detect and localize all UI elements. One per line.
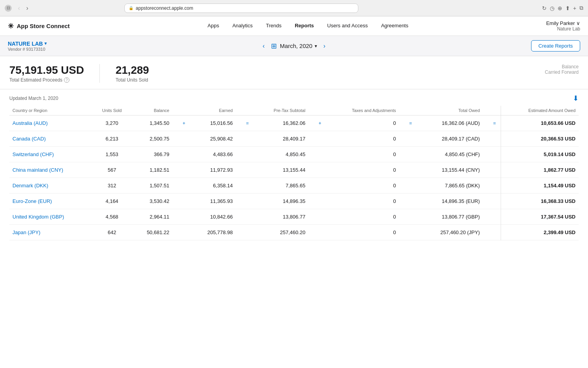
nav-item-agreements[interactable]: Agreements	[375, 16, 414, 36]
asc-app-name: App Store Connect	[17, 23, 70, 29]
nav-item-reports[interactable]: Reports	[289, 16, 320, 36]
cell-eq2	[399, 131, 417, 147]
units-value: 21,289	[115, 64, 149, 76]
reload-icon[interactable]: ↻	[542, 5, 547, 11]
cell-country: Denmark (DKK)	[9, 178, 93, 194]
nav-item-trends[interactable]: Trends	[260, 16, 288, 36]
cell-pretax: 7,865.65	[253, 178, 308, 194]
cell-eq3	[483, 225, 501, 240]
next-period-button[interactable]: ›	[320, 41, 328, 51]
date-dropdown-icon: ▾	[315, 43, 317, 49]
cell-pretax: 13,155.44	[253, 162, 308, 178]
cell-taxes: 0	[326, 116, 399, 131]
table-row: China mainland (CNY) 567 1,182.51 11,972…	[9, 162, 579, 178]
prev-period-button[interactable]: ‹	[259, 41, 267, 51]
cell-country: Euro-Zone (EUR)	[9, 194, 93, 209]
cell-op1	[172, 225, 190, 240]
shield-icon[interactable]: ⊕	[558, 5, 562, 11]
clock-icon[interactable]: ◷	[550, 5, 554, 11]
cell-eq3	[483, 131, 501, 147]
cell-eq1	[236, 147, 253, 162]
cell-balance: 50,681.22	[131, 225, 172, 240]
cell-total-owed: 4,850.45 (CHF)	[417, 147, 483, 162]
vendor-name-dropdown[interactable]: NATURE LAB ▾	[8, 41, 47, 47]
balance-line2: Carried Forward	[545, 69, 579, 75]
cell-pretax: 14,896.35	[253, 194, 308, 209]
country-link[interactable]: Euro-Zone (EUR)	[12, 198, 52, 204]
units-stat: 21,289 Total Units Sold	[99, 64, 165, 83]
cell-taxes: 0	[326, 194, 399, 209]
cell-units: 4,164	[93, 194, 131, 209]
cell-earned: 11,972.93	[190, 162, 236, 178]
cell-estimated: 20,366.53 USD	[501, 131, 579, 147]
table-section: Updated March 1, 2020 ⬇ Country or Regio…	[0, 89, 588, 240]
cell-op1	[172, 194, 190, 209]
cell-eq1	[236, 178, 253, 194]
cell-eq2: =	[399, 116, 417, 131]
cell-estimated: 2,399.49 USD	[501, 225, 579, 240]
cell-country: Canada (CAD)	[9, 131, 93, 147]
col-estimated: Estimated Amount Owed	[501, 106, 579, 116]
country-link[interactable]: Australia (AUD)	[12, 120, 48, 126]
cell-total-owed: 257,460.20 (JPY)	[417, 225, 483, 240]
cell-total-owed: 28,409.17 (CAD)	[417, 131, 483, 147]
col-pretax: Pre-Tax Subtotal	[253, 106, 308, 116]
user-name: Emily Parker ∨	[546, 20, 580, 26]
col-total-owed: Total Owed	[417, 106, 483, 116]
plus-icon[interactable]: +	[573, 5, 576, 11]
col-earned: Earned	[190, 106, 236, 116]
forward-button[interactable]: ›	[24, 4, 30, 12]
cell-units: 567	[93, 162, 131, 178]
asc-header: ✳ App Store Connect Apps Analytics Trend…	[0, 16, 588, 36]
cell-eq2	[399, 225, 417, 240]
cell-units: 312	[93, 178, 131, 194]
cell-earned: 15,016.56	[190, 116, 236, 131]
sidebar-toggle-button[interactable]: ⊟	[5, 5, 12, 12]
country-link[interactable]: Canada (CAD)	[12, 136, 46, 142]
back-button[interactable]: ‹	[16, 4, 22, 12]
cell-country: Australia (AUD)	[9, 116, 93, 131]
col-op1	[172, 106, 190, 116]
cell-eq2	[399, 147, 417, 162]
nav-item-users-access[interactable]: Users and Access	[321, 16, 374, 36]
address-bar[interactable]: 🔒 appstoreconnect.apple.com	[124, 4, 358, 13]
country-link[interactable]: Switzerland (CHF)	[12, 151, 54, 157]
date-selector[interactable]: March, 2020 ▾	[280, 43, 317, 49]
cell-estimated: 16,368.33 USD	[501, 194, 579, 209]
balance-line1: Balance	[545, 64, 579, 69]
cell-eq2	[399, 194, 417, 209]
calendar-grid-icon[interactable]: ⊞	[271, 42, 277, 50]
cell-eq1	[236, 209, 253, 225]
country-link[interactable]: China mainland (CNY)	[12, 167, 63, 173]
updated-text: Updated March 1, 2020	[9, 96, 58, 101]
country-link[interactable]: Japan (JPY)	[12, 229, 41, 235]
cell-pretax: 13,806.77	[253, 209, 308, 225]
nav-item-analytics[interactable]: Analytics	[226, 16, 259, 36]
cell-pretax: 16,362.06	[253, 116, 308, 131]
vendor-number: Vendor # 93173310	[8, 47, 47, 52]
create-reports-button[interactable]: Create Reports	[531, 40, 580, 52]
summary-section: 75,191.95 USD Total Estimated Proceeds ?…	[0, 56, 588, 89]
user-menu[interactable]: Emily Parker ∨ Nature Lab	[546, 20, 580, 32]
vendor-dropdown-icon: ▾	[44, 41, 47, 46]
url-text: appstoreconnect.apple.com	[136, 5, 193, 11]
download-icon[interactable]: ⬇	[573, 94, 579, 103]
cell-estimated: 5,019.14 USD	[501, 147, 579, 162]
units-label: Total Units Sold	[115, 77, 149, 83]
cell-units: 1,553	[93, 147, 131, 162]
cell-op2	[308, 131, 326, 147]
asc-logo[interactable]: ✳ App Store Connect	[8, 22, 70, 30]
balance-info: Balance Carried Forward	[545, 64, 579, 75]
proceeds-stat: 75,191.95 USD Total Estimated Proceeds ?	[9, 64, 99, 83]
cell-estimated: 1,862.77 USD	[501, 162, 579, 178]
cell-op1	[172, 131, 190, 147]
country-link[interactable]: United Kingdom (GBP)	[12, 214, 64, 220]
table-row: Australia (AUD) 3,270 1,345.50 + 15,016.…	[9, 116, 579, 131]
country-link[interactable]: Denmark (DKK)	[12, 183, 48, 188]
table-header-row: Country or Region Units Sold Balance Ear…	[9, 106, 579, 116]
table-updated-row: Updated March 1, 2020 ⬇	[9, 89, 579, 106]
nav-item-apps[interactable]: Apps	[201, 16, 225, 36]
proceeds-help-icon[interactable]: ?	[64, 77, 69, 83]
tabs-icon[interactable]: ⧉	[579, 5, 583, 11]
share-icon[interactable]: ⬆	[565, 5, 570, 11]
